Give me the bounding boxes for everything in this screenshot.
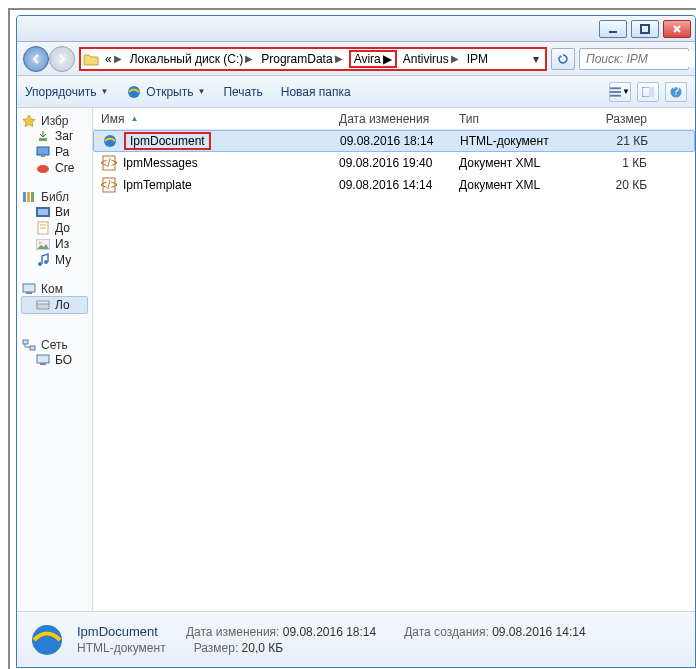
file-row[interactable]: IpmDocument09.08.2016 18:14HTML-документ…	[93, 130, 695, 152]
svg-rect-18	[31, 192, 34, 202]
svg-rect-17	[27, 192, 30, 202]
sidebar-item[interactable]: Из	[21, 236, 88, 252]
svg-point-15	[37, 165, 49, 173]
breadcrumb-overflow[interactable]: «▶	[103, 52, 124, 66]
view-button[interactable]: ▼	[609, 82, 631, 102]
svg-rect-1	[641, 25, 649, 33]
file-size: 20 КБ	[579, 178, 659, 192]
svg-rect-7	[610, 94, 621, 96]
file-type: HTML-документ	[460, 134, 580, 148]
ie-icon	[126, 84, 142, 100]
breadcrumb-item[interactable]: Antivirus▶	[401, 52, 461, 66]
sidebar-item[interactable]: Ра	[21, 144, 88, 160]
breadcrumb-item[interactable]: IPM	[465, 52, 490, 66]
file-date: 09.08.2016 19:40	[339, 156, 459, 170]
svg-rect-32	[23, 340, 28, 344]
details-pane: IpmDocument Дата изменения: 09.08.2016 1…	[17, 611, 695, 667]
svg-rect-35	[40, 363, 46, 365]
folder-icon	[83, 52, 99, 66]
cloud-icon	[35, 161, 51, 175]
music-icon	[35, 253, 51, 267]
organize-button[interactable]: Упорядочить▼	[25, 85, 108, 99]
sidebar-libraries[interactable]: Библ	[21, 190, 88, 204]
sidebar-favorites[interactable]: Избр	[21, 114, 88, 128]
document-icon	[35, 221, 51, 235]
help-button[interactable]: ?	[665, 82, 687, 102]
file-pane: Имя▲ Дата изменения Тип Размер IpmDocume…	[93, 108, 695, 611]
sidebar-item[interactable]: До	[21, 220, 88, 236]
file-date: 09.08.2016 18:14	[340, 134, 460, 148]
search-input[interactable]	[584, 51, 696, 67]
svg-rect-29	[26, 292, 32, 294]
sidebar-item-selected[interactable]: Ло	[21, 296, 88, 314]
details-name: IpmDocument	[77, 624, 158, 639]
toolbar: Упорядочить▼ Открыть▼ Печать Новая папка…	[17, 76, 695, 108]
maximize-button[interactable]	[631, 20, 659, 38]
svg-rect-20	[38, 209, 48, 215]
file-icon: </>	[101, 177, 117, 193]
sidebar: Избр Заг Ра Cre Библ Ви До Из Му Ком Ло …	[17, 108, 93, 611]
svg-rect-9	[649, 87, 654, 97]
file-name: IpmMessages	[123, 156, 198, 170]
svg-rect-31	[37, 301, 49, 304]
svg-rect-14	[41, 155, 45, 157]
network-icon	[21, 338, 37, 352]
file-name-highlight: IpmDocument	[124, 132, 211, 150]
col-name[interactable]: Имя	[101, 112, 124, 126]
col-date[interactable]: Дата изменения	[339, 112, 459, 126]
nav-buttons	[23, 46, 75, 72]
file-size: 21 КБ	[580, 134, 660, 148]
refresh-button[interactable]	[551, 48, 575, 70]
download-icon	[35, 129, 51, 143]
sort-asc-icon: ▲	[130, 114, 138, 123]
col-type[interactable]: Тип	[459, 112, 579, 126]
navigation-row: «▶ Локальный диск (C:)▶ ProgramData▶ Avi…	[17, 42, 695, 76]
file-size: 1 КБ	[579, 156, 659, 170]
svg-rect-6	[610, 91, 621, 93]
svg-point-25	[39, 241, 42, 244]
svg-text:</>: </>	[101, 178, 117, 192]
sidebar-item[interactable]: БО	[21, 352, 88, 368]
svg-rect-12	[39, 138, 47, 141]
sidebar-computer[interactable]: Ком	[21, 282, 88, 296]
picture-icon	[35, 237, 51, 251]
sidebar-item[interactable]: Заг	[21, 128, 88, 144]
breadcrumb-item-highlight[interactable]: Avira▶	[349, 50, 397, 68]
sidebar-item[interactable]: Му	[21, 252, 88, 268]
video-icon	[35, 205, 51, 219]
sidebar-network[interactable]: Сеть	[21, 338, 88, 352]
svg-text:?: ?	[673, 86, 680, 98]
breadcrumb-item[interactable]: ProgramData▶	[259, 52, 344, 66]
new-folder-button[interactable]: Новая папка	[281, 85, 351, 99]
file-row[interactable]: </>IpmMessages09.08.2016 19:40Документ X…	[93, 152, 695, 174]
back-button[interactable]	[23, 46, 49, 72]
svg-text:</>: </>	[101, 156, 117, 170]
address-dropdown[interactable]: ▾	[529, 52, 543, 66]
column-headers[interactable]: Имя▲ Дата изменения Тип Размер	[93, 108, 695, 130]
print-button[interactable]: Печать	[223, 85, 262, 99]
file-icon: </>	[101, 155, 117, 171]
sidebar-item[interactable]: Ви	[21, 204, 88, 220]
desktop-icon	[35, 145, 51, 159]
star-icon	[21, 114, 37, 128]
computer-icon	[35, 353, 51, 367]
computer-icon	[21, 282, 37, 296]
file-row[interactable]: </>IpmTemplate09.08.2016 14:14Документ X…	[93, 174, 695, 196]
close-button[interactable]	[663, 20, 691, 38]
file-type: Документ XML	[459, 156, 579, 170]
ie-icon	[27, 620, 67, 660]
search-box[interactable]	[579, 48, 689, 70]
preview-pane-button[interactable]	[637, 82, 659, 102]
minimize-button[interactable]	[599, 20, 627, 38]
main-area: Избр Заг Ра Cre Библ Ви До Из Му Ком Ло …	[17, 108, 695, 611]
open-button[interactable]: Открыть▼	[126, 84, 205, 100]
details-type: HTML-документ	[77, 641, 166, 655]
svg-rect-16	[23, 192, 26, 202]
svg-rect-34	[37, 355, 49, 363]
svg-rect-5	[610, 87, 621, 89]
breadcrumb-item[interactable]: Локальный диск (C:)▶	[128, 52, 256, 66]
col-size[interactable]: Размер	[579, 112, 659, 126]
address-bar[interactable]: «▶ Локальный диск (C:)▶ ProgramData▶ Avi…	[79, 47, 547, 71]
sidebar-item[interactable]: Cre	[21, 160, 88, 176]
forward-button[interactable]	[49, 46, 75, 72]
